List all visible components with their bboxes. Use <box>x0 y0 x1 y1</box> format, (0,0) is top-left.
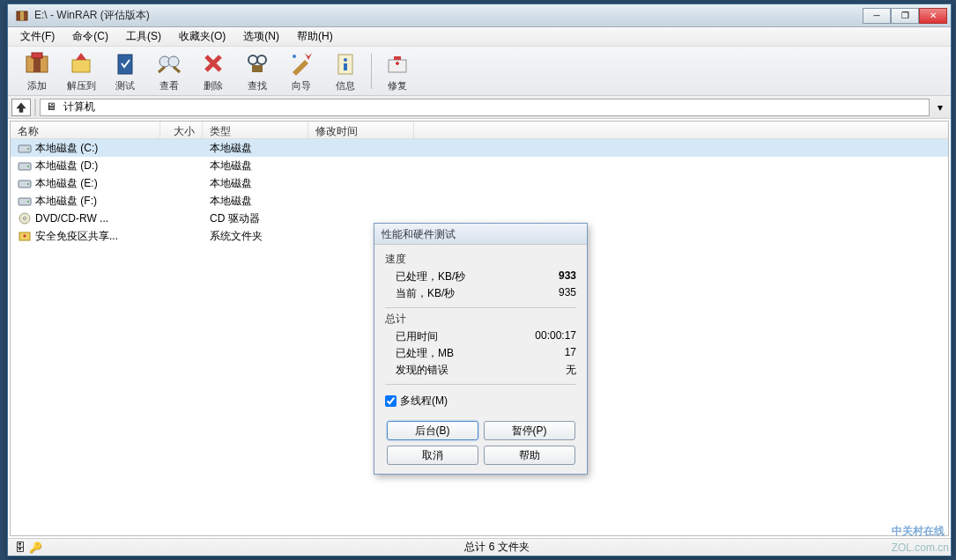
file-type: 本地磁盘 <box>203 139 308 158</box>
processed-kb-value: 933 <box>559 269 576 284</box>
info-label: 信息 <box>336 79 355 92</box>
addressbar: 🖥 计算机 ▾ <box>8 96 951 119</box>
col-size[interactable]: 大小 <box>160 122 203 138</box>
info-button[interactable]: 信息 <box>323 48 367 94</box>
col-name[interactable]: 名称 <box>11 122 160 138</box>
file-name: 本地磁盘 (F:) <box>35 194 97 209</box>
processed-kb-label: 已处理，KB/秒 <box>396 269 465 284</box>
file-row[interactable]: 本地磁盘 (D:)本地磁盘 <box>11 157 948 174</box>
divider <box>385 384 576 385</box>
svg-rect-17 <box>394 56 401 60</box>
file-name: 本地磁盘 (E:) <box>35 176 98 191</box>
add-button[interactable]: 添加 <box>15 48 59 94</box>
file-name: 本地磁盘 (D:) <box>35 158 98 173</box>
help-button[interactable]: 帮助 <box>484 446 575 465</box>
col-modified[interactable]: 修改时间 <box>308 122 414 138</box>
test-button[interactable]: 测试 <box>103 48 147 94</box>
app-icon <box>15 9 29 23</box>
window-title: E:\ - WinRAR (评估版本) <box>34 8 863 23</box>
status-icons: 🗄 🔑 <box>15 542 50 554</box>
svg-rect-15 <box>344 63 347 70</box>
wizard-button[interactable]: 向导 <box>279 48 323 94</box>
repair-button[interactable]: 修复 <box>375 48 419 94</box>
menu-file[interactable]: 文件(F) <box>11 26 63 47</box>
menu-options[interactable]: 选项(N) <box>234 26 288 47</box>
maximize-button[interactable]: ❐ <box>891 8 919 24</box>
speed-header: 速度 <box>385 252 576 267</box>
elapsed-label: 已用时间 <box>396 329 438 344</box>
address-dropdown[interactable]: ▾ <box>933 101 947 114</box>
test-icon <box>111 49 139 77</box>
sys-icon <box>18 229 32 243</box>
repair-icon <box>383 49 411 77</box>
info-icon <box>331 49 359 77</box>
view-button[interactable]: 查看 <box>147 48 191 94</box>
extract-button[interactable]: 解压到 <box>59 48 103 94</box>
svg-rect-11 <box>252 65 263 72</box>
processed-mb-value: 17 <box>565 346 576 361</box>
menu-tools[interactable]: 工具(S) <box>117 26 170 47</box>
multithread-checkbox[interactable] <box>385 395 396 407</box>
file-row[interactable]: 本地磁盘 (F:)本地磁盘 <box>11 192 948 210</box>
wizard-label: 向导 <box>292 79 311 92</box>
list-header: 名称 大小 类型 修改时间 <box>11 122 948 139</box>
view-label: 查看 <box>159 79 179 92</box>
statusbar: 🗄 🔑 总计 6 文件夹 <box>8 538 951 556</box>
file-type: CD 驱动器 <box>203 210 308 228</box>
file-name: 安全免疫区共享... <box>35 229 118 244</box>
file-row[interactable]: 本地磁盘 (E:)本地磁盘 <box>11 174 948 192</box>
svg-rect-3 <box>33 56 41 72</box>
svg-rect-4 <box>32 53 42 58</box>
errors-value: 无 <box>566 363 576 378</box>
toolbar-separator <box>371 54 372 89</box>
toolbar: 添加 解压到 测试 查看 删除 查找 向导 信息 <box>8 47 951 96</box>
pause-button[interactable]: 暂停(P) <box>484 421 575 440</box>
computer-icon: 🖥 <box>46 100 60 114</box>
svg-rect-5 <box>72 60 90 72</box>
svg-point-23 <box>27 183 29 185</box>
test-label: 测试 <box>115 79 135 92</box>
key-icon: 🔑 <box>29 542 42 554</box>
cancel-button[interactable]: 取消 <box>387 446 478 465</box>
lock-icon: 🗄 <box>15 542 26 554</box>
find-label: 查找 <box>248 79 267 92</box>
col-type[interactable]: 类型 <box>203 122 308 138</box>
svg-point-27 <box>24 217 26 220</box>
total-header: 总计 <box>385 312 576 327</box>
file-type: 本地磁盘 <box>203 174 308 193</box>
menu-favorites[interactable]: 收藏夹(O) <box>170 26 234 47</box>
file-type: 本地磁盘 <box>203 157 308 175</box>
titlebar: E:\ - WinRAR (评估版本) ─ ❐ ✕ <box>8 4 951 27</box>
multithread-label: 多线程(M) <box>400 394 448 409</box>
delete-label: 删除 <box>204 79 223 92</box>
svg-rect-1 <box>20 11 24 20</box>
file-name: 本地磁盘 (C:) <box>35 141 98 156</box>
close-button[interactable]: ✕ <box>919 8 947 24</box>
address-field[interactable]: 🖥 计算机 <box>40 99 930 116</box>
delete-button[interactable]: 删除 <box>191 48 235 94</box>
drive-icon <box>18 194 32 208</box>
menu-commands[interactable]: 命令(C) <box>63 26 117 47</box>
find-button[interactable]: 查找 <box>235 48 279 94</box>
drive-icon <box>18 176 32 190</box>
menu-help[interactable]: 帮助(H) <box>288 26 342 47</box>
elapsed-value: 00:00:17 <box>535 329 576 344</box>
dialog-buttons: 后台(B) 暂停(P) 取消 帮助 <box>374 417 587 474</box>
status-text: 总计 6 文件夹 <box>50 540 944 555</box>
background-button[interactable]: 后台(B) <box>387 421 478 440</box>
up-button[interactable] <box>11 99 31 116</box>
dialog-title: 性能和硬件测试 <box>374 224 587 245</box>
minimize-button[interactable]: ─ <box>863 8 891 24</box>
add-label: 添加 <box>27 79 47 92</box>
errors-label: 发现的错误 <box>396 363 448 378</box>
current-kb-value: 935 <box>559 286 576 301</box>
file-row[interactable]: 本地磁盘 (C:)本地磁盘 <box>11 139 948 157</box>
menubar: 文件(F) 命令(C) 工具(S) 收藏夹(O) 选项(N) 帮助(H) <box>8 27 951 47</box>
add-icon <box>23 49 51 77</box>
svg-point-14 <box>344 58 347 62</box>
address-text: 计算机 <box>63 99 95 114</box>
benchmark-dialog: 性能和硬件测试 速度 已处理，KB/秒 933 当前，KB/秒 935 总计 已… <box>374 223 588 475</box>
window-controls: ─ ❐ ✕ <box>863 8 947 24</box>
current-kb-label: 当前，KB/秒 <box>396 286 455 301</box>
svg-point-12 <box>293 55 296 58</box>
